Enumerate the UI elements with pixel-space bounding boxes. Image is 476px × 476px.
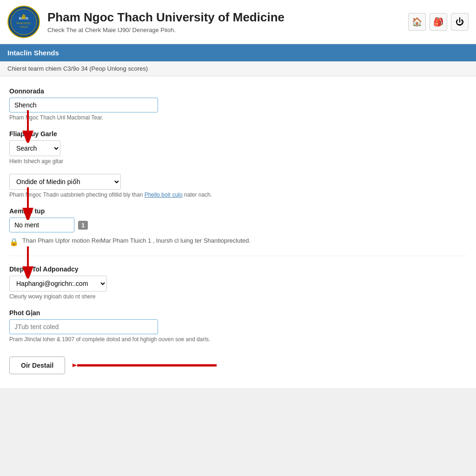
sub-bar: Chierst tearm chiem C3/9o 34 (Peop Unlon… <box>0 61 476 76</box>
header: ĐHYD PHAM NGOC THACH Pham Ngoc Thach Uni… <box>0 0 476 44</box>
save-button[interactable]: 🎒 <box>430 13 447 31</box>
dtep-hint: Cleurly wowy ingloah dulo nt shere <box>9 293 467 300</box>
oonnorada-hint: Pham Ngoc Thach Uril Macbrnal Tear. <box>9 114 467 121</box>
header-subtitle: Check The at Cherk Maie IJ90/ Denerage P… <box>47 26 408 33</box>
red-arrow-submit <box>73 354 221 377</box>
field-dtep: Dtep & Tol Adponadcy Haphangi@ogrichn:.c… <box>9 265 467 300</box>
save-icon: 🎒 <box>433 17 443 27</box>
ondide-hint-suffix: nater nach. <box>183 192 212 198</box>
university-logo: ĐHYD PHAM NGOC THACH <box>7 6 40 38</box>
navigation-bar: Intaclin Shends <box>0 44 476 61</box>
red-arrow-2 <box>14 185 42 220</box>
nav-bar-label: Intaclin Shends <box>7 49 59 57</box>
fliap-label: Fliap Huy Garle <box>9 130 467 138</box>
fliap-select[interactable]: Search Option 1 Option 2 <box>9 140 60 156</box>
phot-gian-input[interactable] <box>9 319 158 334</box>
field-fliap-huy-garle: Fliap Huy Garle Search Option 1 Option 2… <box>9 130 467 165</box>
power-icon: ⏻ <box>456 17 464 27</box>
aemble-info: 🔒 Than Pham Upfor motion ReiMar Pham Tlu… <box>9 237 467 246</box>
submit-row: Oir Destail <box>9 354 467 377</box>
sub-bar-text: Chierst tearm chiem C3/9o 34 (Peop Unlon… <box>7 65 148 72</box>
oonnorada-label: Oonnorada <box>9 87 467 95</box>
fliap-hint: Hieln Ishech age gltar <box>9 158 467 165</box>
aemble-info-text: Than Pham Upfor motion ReiMar Pham Tluic… <box>22 237 251 244</box>
field-aemble-tup: Aemble tup 1 🔒 Than Pham Upfor motion Re… <box>9 207 467 246</box>
svg-text:PHAM NGOC: PHAM NGOC <box>17 22 31 25</box>
phot-gian-hint: Pram JIinclai loher & 1907 of complete d… <box>9 336 467 343</box>
main-content: Oonnorada Pham Ngoc Thach Uril Macbrnal … <box>0 76 476 388</box>
divider-1 <box>9 256 467 256</box>
dtep-label: Dtep & Tol Adponadcy <box>9 265 467 273</box>
home-icon: 🏠 <box>412 17 422 27</box>
red-arrow-1 <box>14 108 42 143</box>
red-arrow-3 <box>14 244 42 278</box>
field-oonnorada: Oonnorada Pham Ngoc Thach Uril Macbrnal … <box>9 87 467 121</box>
ondide-hint-link[interactable]: Phello bolr culo <box>145 192 183 198</box>
aemble-label: Aemble tup <box>9 207 467 215</box>
home-button[interactable]: 🏠 <box>408 13 426 31</box>
svg-point-5 <box>22 16 26 19</box>
ondide-hint: Pham Nngoc Thadn uatsbnieh phecting ofit… <box>9 192 467 198</box>
header-action-icons: 🏠 🎒 ⏻ <box>408 13 469 31</box>
phot-gian-label: Phot Gịan <box>9 309 467 317</box>
header-text: Pham Ngoc Thach University of Medicine C… <box>47 10 408 33</box>
field-ondide: Ondide of Miedin piốh Option A Option B … <box>9 174 467 198</box>
aemble-badge: 1 <box>78 221 88 230</box>
power-button[interactable]: ⏻ <box>451 13 469 31</box>
submit-button[interactable]: Oir Destail <box>9 357 65 374</box>
field-phot-gian: Phot Gịan Pram JIinclai loher & 1907 of … <box>9 309 467 343</box>
university-name: Pham Ngoc Thach University of Medicine <box>47 10 408 25</box>
svg-text:THACH: THACH <box>20 26 28 28</box>
